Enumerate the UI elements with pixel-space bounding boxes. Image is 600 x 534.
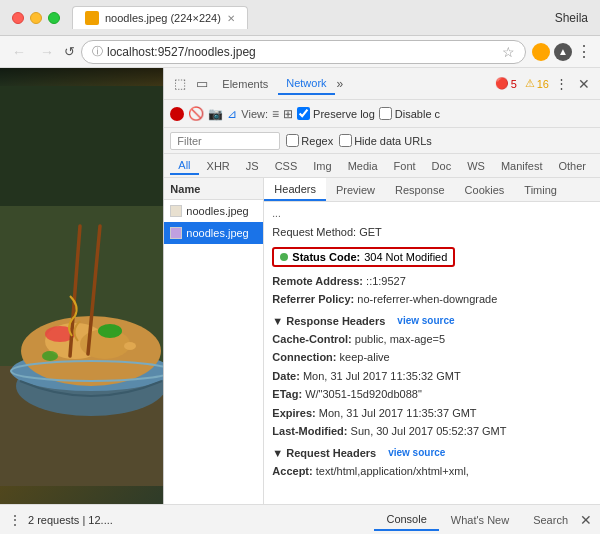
grid-view-icon[interactable]: ⊞ [283,107,293,121]
tab-network[interactable]: Network [278,73,334,95]
error-number: 5 [511,78,517,90]
etag-value: W/"3051-15d920db088" [305,388,422,400]
hide-data-checkbox[interactable] [339,134,352,147]
devtools-close-icon[interactable]: ✕ [574,74,594,94]
extension-icon-2[interactable]: ▲ [554,43,572,61]
file-item-2[interactable]: noodles.jpeg [164,222,263,244]
response-headers-title-text: ▼ Response Headers [272,315,385,327]
disable-cache-input[interactable] [379,107,392,120]
bottom-tab-search[interactable]: Search [521,510,580,530]
tab-close-icon[interactable]: ✕ [227,13,235,24]
type-tab-other[interactable]: Other [550,158,594,174]
status-dot [280,253,288,261]
bottom-status: 2 requests | 12.... [28,514,374,526]
extension-icon-1[interactable] [532,43,550,61]
bottom-close-icon[interactable]: ✕ [580,512,592,528]
more-tabs-icon[interactable]: » [337,77,344,91]
type-tab-doc[interactable]: Doc [424,158,460,174]
request-list: Name noodles.jpeg noodles.jpeg Headers P… [164,178,600,504]
tab-title: noodles.jpeg (224×224) [105,12,221,24]
forward-button[interactable]: → [36,42,58,62]
type-tab-xhr[interactable]: XHR [199,158,238,174]
preserve-log-label: Preserve log [313,108,375,120]
connection-row: Connection: keep-alive [272,348,592,367]
remote-address-label: Remote Address: [272,275,363,287]
url-bar[interactable]: ⓘ localhost:9527/noodles.jpeg ☆ [81,40,526,64]
type-filter-tabs: All XHR JS CSS Img Media Font Doc WS Man… [164,154,600,178]
list-view-icon[interactable]: ≡ [272,107,279,121]
disable-cache-label: Disable c [395,108,440,120]
file-name-1: noodles.jpeg [186,205,248,217]
type-tab-js[interactable]: JS [238,158,267,174]
status-code-value: 304 Not Modified [364,251,447,263]
disable-cache-checkbox[interactable]: Disable c [379,107,440,120]
close-button[interactable] [12,12,24,24]
name-column-header: Name [170,183,200,195]
browser-tab[interactable]: noodles.jpeg (224×224) ✕ [72,6,248,29]
last-modified-key: Last-Modified: [272,425,350,437]
remote-address-value: ::1:9527 [366,275,406,287]
clear-button[interactable]: 🚫 [188,106,204,121]
maximize-button[interactable] [48,12,60,24]
settings-icon[interactable]: ⋮ [551,74,572,93]
svg-point-13 [124,342,136,350]
inspect-icon[interactable]: ⬚ [170,74,190,93]
file-list: Name noodles.jpeg noodles.jpeg [164,178,264,504]
error-count[interactable]: 🔴 5 [495,77,517,90]
hide-data-checkbox-label[interactable]: Hide data URLs [339,134,432,147]
type-tab-ws[interactable]: WS [459,158,493,174]
file-list-header: Name [164,178,263,200]
tab-response[interactable]: Response [385,178,455,201]
device-icon[interactable]: ▭ [192,74,212,93]
date-value: Mon, 31 Jul 2017 11:35:32 GMT [303,370,461,382]
tab-preview[interactable]: Preview [326,178,385,201]
regex-checkbox[interactable] [286,134,299,147]
back-button[interactable]: ← [8,42,30,62]
last-modified-value: Sun, 30 Jul 2017 05:52:37 GMT [351,425,507,437]
type-tab-manifest[interactable]: Manifest [493,158,551,174]
filter-input[interactable] [170,132,280,150]
bottom-menu-icon[interactable]: ⋮ [8,512,22,528]
remote-address-row: Remote Address: ::1:9527 [272,272,592,291]
tab-elements[interactable]: Elements [214,74,276,94]
type-tab-all[interactable]: All [170,157,198,175]
detail-tabs: Headers Preview Response Cookies Timing [264,178,600,202]
view-source-link-request[interactable]: view source [388,447,445,458]
warning-count[interactable]: ⚠ 16 [525,77,549,90]
extension-icons: ▲ ⋮ [532,42,592,61]
file-name-2: noodles.jpeg [186,227,248,239]
hide-data-label-text: Hide data URLs [354,135,432,147]
tab-headers[interactable]: Headers [264,178,326,201]
filter-bar: Regex Hide data URLs [164,128,600,154]
type-tab-font[interactable]: Font [386,158,424,174]
camera-icon[interactable]: 📷 [208,107,223,121]
bookmark-icon[interactable]: ☆ [502,44,515,60]
warning-icon: ⚠ [525,77,535,90]
view-source-link-response[interactable]: view source [397,315,454,326]
bottom-tab-console[interactable]: Console [374,509,438,531]
svg-point-12 [42,351,58,361]
type-tab-img[interactable]: Img [305,158,339,174]
type-tab-css[interactable]: CSS [267,158,306,174]
regex-checkbox-label[interactable]: Regex [286,134,333,147]
file-item-1[interactable]: noodles.jpeg [164,200,263,222]
preserve-log-input[interactable] [297,107,310,120]
tab-cookies[interactable]: Cookies [455,178,515,201]
title-bar: noodles.jpeg (224×224) ✕ Sheila [0,0,600,36]
date-key: Date: [272,370,303,382]
chrome-menu-icon[interactable]: ⋮ [576,42,592,61]
connection-value: keep-alive [340,351,390,363]
tab-timing[interactable]: Timing [514,178,567,201]
file-icon-1 [170,205,182,217]
minimize-button[interactable] [30,12,42,24]
filter-icon[interactable]: ⊿ [227,107,237,121]
bottom-tab-whatsnew[interactable]: What's New [439,510,521,530]
preserve-log-checkbox[interactable]: Preserve log [297,107,375,120]
detail-panel: Headers Preview Response Cookies Timing … [264,178,600,504]
reload-button[interactable]: ↺ [64,44,75,59]
record-button[interactable] [170,107,184,121]
noodle-image [0,68,163,504]
traffic-lights [12,12,60,24]
type-tab-media[interactable]: Media [340,158,386,174]
expires-row: Expires: Mon, 31 Jul 2017 11:35:37 GMT [272,404,592,423]
